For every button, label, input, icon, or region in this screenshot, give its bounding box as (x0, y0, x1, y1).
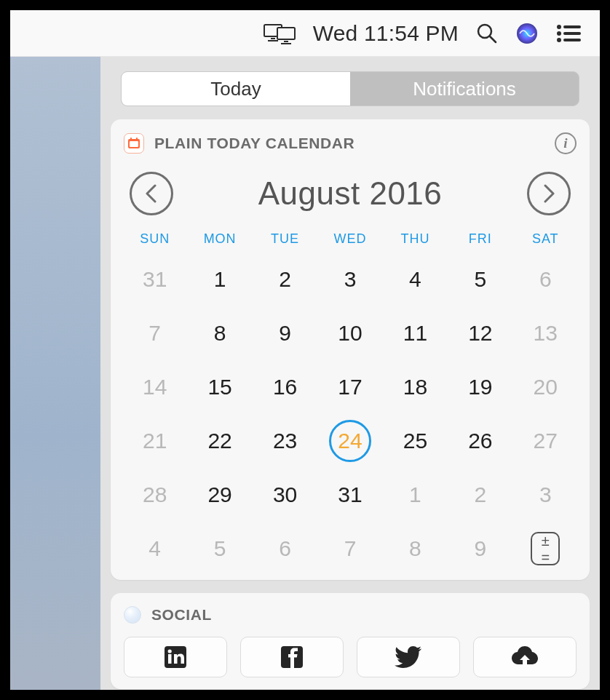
calendar-day[interactable]: 12 (448, 314, 512, 353)
weekday-label: TUE (253, 231, 317, 247)
svg-rect-2 (268, 40, 278, 41)
calendar-day[interactable]: 6 (253, 529, 317, 568)
weekday-row: SUNMONTUEWEDTHUFRISAT (122, 231, 578, 247)
calendar-day[interactable]: 15 (187, 367, 252, 407)
twitter-button[interactable] (357, 637, 460, 677)
calendar-day[interactable]: 9 (253, 314, 317, 353)
social-widget: SOCIAL (111, 593, 590, 689)
calendar-day[interactable]: 7 (122, 314, 187, 353)
siri-icon[interactable] (515, 22, 539, 45)
calendar-day[interactable]: 8 (187, 314, 252, 353)
svg-rect-12 (563, 32, 581, 35)
weekday-label: WED (317, 231, 382, 247)
twitter-icon (394, 645, 423, 669)
linkedin-button[interactable] (124, 637, 227, 677)
calendar-day[interactable]: 20 (513, 367, 578, 407)
svg-rect-5 (281, 43, 291, 44)
calendar-day[interactable]: 3 (317, 260, 382, 299)
calendar-day[interactable]: 5 (187, 529, 252, 568)
svg-rect-4 (284, 41, 288, 42)
panel-tabbar: Today Notifications (121, 71, 579, 106)
svg-rect-3 (277, 28, 295, 39)
menubar-clock[interactable]: Wed 11:54 PM (313, 21, 459, 46)
linkedin-icon (163, 645, 188, 669)
svg-line-7 (490, 36, 496, 42)
tab-notifications[interactable]: Notifications (350, 72, 579, 106)
social-widget-title: SOCIAL (151, 606, 212, 624)
calendar-day[interactable]: 24 (317, 421, 382, 461)
svg-rect-14 (563, 39, 581, 41)
calendar-day[interactable]: 28 (122, 475, 187, 514)
calendar-day[interactable]: 16 (253, 367, 317, 407)
calendar-app-icon (124, 133, 144, 154)
weekday-label: SAT (513, 231, 578, 247)
calendar-day[interactable]: 19 (448, 367, 512, 407)
chevron-right-icon (540, 183, 558, 204)
tab-today[interactable]: Today (122, 72, 350, 106)
share-cloud-icon (510, 645, 539, 669)
calendar-day[interactable]: 11 (383, 314, 448, 353)
weekday-label: FRI (448, 231, 512, 247)
displays-icon[interactable] (264, 23, 296, 44)
calendar-widget-title: PLAIN TODAY CALENDAR (154, 135, 354, 152)
calendar-day[interactable]: 25 (383, 421, 448, 461)
calendar-day[interactable]: 21 (122, 421, 187, 461)
share-button[interactable] (473, 637, 577, 677)
calendar-day[interactable]: 10 (317, 314, 382, 353)
calendar-day[interactable]: 17 (317, 367, 382, 407)
svg-point-21 (168, 649, 172, 653)
calendar-day[interactable]: 29 (187, 475, 252, 514)
calendar-day[interactable]: 23 (253, 421, 317, 461)
svg-point-13 (557, 38, 561, 42)
calendar-day[interactable]: 13 (513, 314, 578, 353)
calendar-day[interactable]: 18 (383, 367, 448, 407)
svg-rect-16 (130, 141, 138, 147)
calendar-day[interactable]: 2 (448, 475, 512, 514)
facebook-icon (280, 645, 304, 669)
calendar-day[interactable]: 27 (513, 421, 578, 461)
calendar-day[interactable]: 30 (253, 475, 317, 514)
calendar-day[interactable]: 31 (317, 475, 382, 514)
notification-center-panel: Today Notifications PLAIN TODAY CALENDAR (100, 57, 600, 690)
info-button[interactable]: i (555, 132, 577, 154)
calendar-day[interactable]: 9 (448, 529, 512, 568)
weekday-label: THU (383, 231, 448, 247)
calendar-settings-button[interactable]: ±= (513, 529, 578, 568)
prev-month-button[interactable] (130, 172, 173, 215)
svg-point-11 (557, 31, 561, 36)
weekday-label: MON (187, 231, 252, 247)
notification-center-icon[interactable] (556, 24, 581, 43)
calendar-day[interactable]: 1 (383, 475, 448, 514)
svg-point-9 (557, 25, 561, 29)
svg-rect-10 (563, 25, 581, 28)
menu-bar: Wed 11:54 PM (10, 10, 600, 57)
svg-rect-17 (130, 138, 132, 140)
calendar-day[interactable]: 7 (317, 529, 382, 568)
plus-minus-icon: ±= (531, 532, 560, 565)
social-app-icon (124, 606, 141, 624)
calendar-day[interactable]: 14 (122, 367, 187, 407)
next-month-button[interactable] (527, 172, 571, 215)
month-title: August 2016 (258, 175, 443, 212)
calendar-day[interactable]: 26 (448, 421, 512, 461)
calendar-widget: PLAIN TODAY CALENDAR i August 2016 (111, 119, 590, 580)
calendar-day[interactable]: 4 (122, 529, 187, 568)
calendar-day[interactable]: 6 (513, 260, 578, 299)
spotlight-icon[interactable] (476, 23, 498, 44)
desktop-wallpaper (10, 57, 100, 690)
calendar-day[interactable]: 4 (383, 260, 448, 299)
facebook-button[interactable] (240, 637, 344, 677)
calendar-day[interactable]: 3 (513, 475, 578, 514)
days-grid: 3112345678910111213141516171819202122232… (122, 260, 578, 568)
svg-rect-20 (168, 654, 172, 664)
calendar-day[interactable]: 22 (187, 421, 252, 461)
calendar-day[interactable]: 8 (383, 529, 448, 568)
chevron-left-icon (143, 183, 160, 204)
calendar-day[interactable]: 31 (122, 260, 187, 299)
svg-rect-18 (136, 138, 138, 140)
calendar-day[interactable]: 2 (253, 260, 317, 299)
calendar-day[interactable]: 5 (448, 260, 512, 299)
svg-rect-1 (271, 38, 275, 39)
calendar-day[interactable]: 1 (187, 260, 252, 299)
weekday-label: SUN (122, 231, 187, 247)
